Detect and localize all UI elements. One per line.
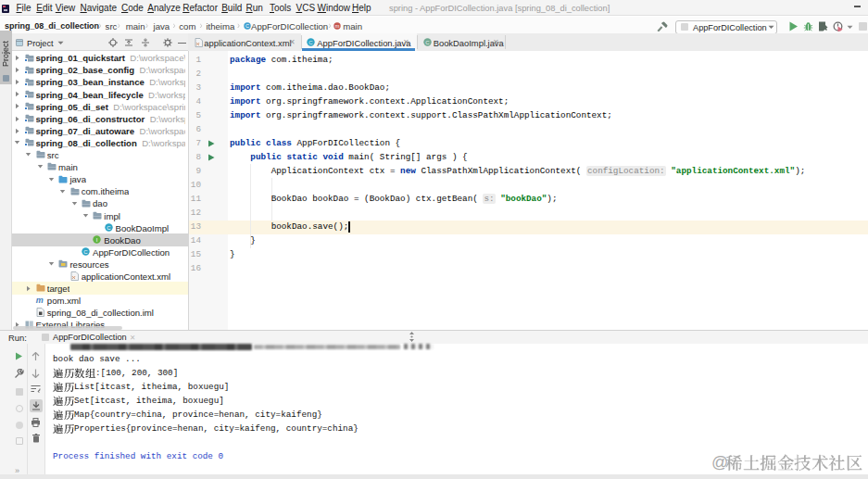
svg-text:m: m — [334, 23, 339, 29]
svg-text:C: C — [245, 23, 249, 29]
svg-text:C: C — [425, 40, 430, 45]
svg-text:C: C — [83, 249, 88, 255]
svg-text:C: C — [308, 40, 313, 45]
svg-text:C: C — [107, 225, 111, 231]
